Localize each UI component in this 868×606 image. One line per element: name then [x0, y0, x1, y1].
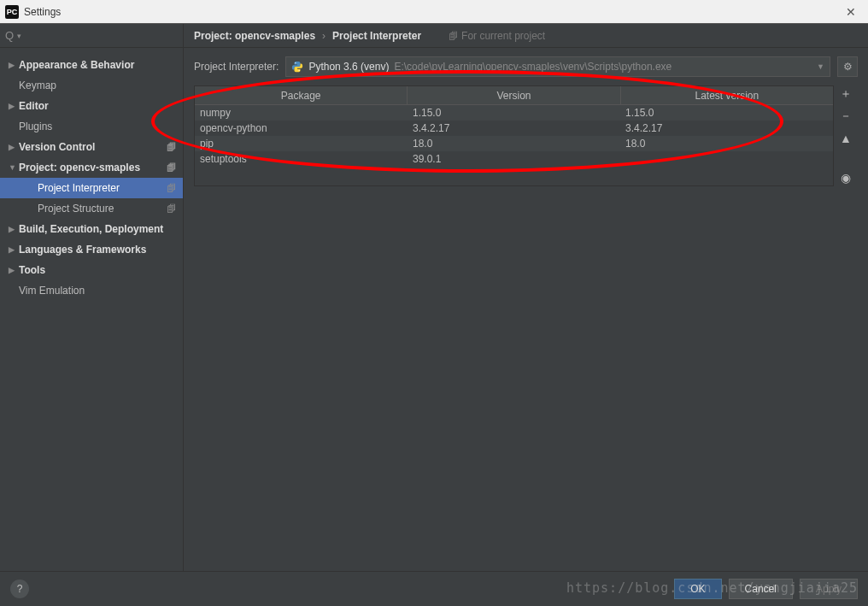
sidebar-item-languages[interactable]: ▶Languages & Frameworks	[0, 239, 183, 260]
close-icon[interactable]: ✕	[839, 0, 863, 24]
chevron-right-icon: ▶	[9, 225, 19, 233]
sidebar-item-label: Build, Execution, Deployment	[19, 223, 163, 235]
gear-icon: ⚙	[843, 61, 853, 73]
table-row[interactable]: numpy 1.15.0 1.15.0	[195, 105, 833, 121]
breadcrumb-hint: 🗐 For current project	[449, 30, 545, 42]
column-latest[interactable]: Latest version	[621, 86, 833, 104]
interpreter-row: Project Interpreter: Python 3.6 (venv) E…	[184, 48, 868, 85]
help-icon: ?	[17, 583, 23, 595]
table-row[interactable]: pip 18.0 18.0	[195, 136, 833, 151]
column-version[interactable]: Version	[408, 86, 620, 104]
sidebar-item-build[interactable]: ▶Build, Execution, Deployment	[0, 219, 183, 239]
sidebar-item-label: Keymap	[19, 79, 56, 91]
show-early-releases-button[interactable]: ◉	[837, 169, 854, 186]
upgrade-package-button[interactable]: ▲	[837, 130, 854, 147]
sidebar-item-appearance[interactable]: ▶Appearance & Behavior	[0, 55, 183, 75]
sidebar-item-tools[interactable]: ▶Tools	[0, 260, 183, 280]
breadcrumb: Project: opencv-smaples › Project Interp…	[184, 24, 868, 48]
help-button[interactable]: ?	[10, 580, 29, 598]
sidebar-item-label: Languages & Frameworks	[19, 244, 146, 256]
sidebar-item-label: Tools	[19, 264, 45, 276]
settings-tree: ▶Appearance & Behavior Keymap ▶Editor Pl…	[0, 48, 183, 301]
sidebar-item-project[interactable]: ▼Project: opencv-smaples🗐	[0, 157, 183, 178]
chevron-right-icon: ▶	[9, 143, 19, 151]
pycharm-logo-icon: PC	[5, 5, 19, 19]
sidebar-item-label: Vim Emulation	[19, 285, 85, 297]
python-icon	[291, 61, 303, 73]
titlebar: PC Settings ✕	[0, 0, 868, 24]
breadcrumb-part2: Project Interpreter	[332, 30, 421, 42]
watermark: https://blog.csdn.net/yangjiajia25	[566, 580, 858, 596]
table-row[interactable]: setuptools 39.0.1	[195, 151, 833, 167]
search-row: Q ▾	[0, 24, 183, 48]
sidebar-item-plugins[interactable]: Plugins	[0, 116, 183, 137]
interpreter-path: E:\code\pyLearning\opencv-smaples\venv\S…	[394, 61, 672, 73]
package-table-wrap: Package Version Latest version numpy 1.1…	[194, 85, 858, 186]
chevron-right-icon: ▶	[9, 245, 19, 254]
eye-icon: ◉	[841, 171, 851, 185]
sidebar-item-vim[interactable]: Vim Emulation	[0, 280, 183, 301]
sidebar-item-label: Editor	[19, 100, 49, 112]
chevron-right-icon: ▶	[9, 102, 19, 110]
sidebar-item-label: Project Interpreter	[38, 182, 120, 194]
table-header: Package Version Latest version	[195, 86, 833, 105]
package-table: Package Version Latest version numpy 1.1…	[194, 85, 834, 186]
svg-point-1	[299, 70, 300, 71]
sidebar-item-label: Project: opencv-smaples	[19, 162, 140, 174]
add-package-button[interactable]: ＋	[837, 85, 854, 103]
remove-package-button[interactable]: －	[837, 108, 854, 125]
sidebar-item-label: Version Control	[19, 141, 95, 153]
copy-icon: 🗐	[167, 183, 176, 193]
sidebar-item-project-interpreter[interactable]: Project Interpreter🗐	[0, 178, 183, 198]
sidebar-item-version-control[interactable]: ▶Version Control🗐	[0, 137, 183, 157]
plus-icon: ＋	[840, 86, 852, 102]
copy-icon: 🗐	[167, 162, 176, 173]
search-icon: Q	[5, 29, 14, 42]
sidebar: Q ▾ ▶Appearance & Behavior Keymap ▶Edito…	[0, 24, 184, 571]
triangle-up-icon: ▲	[840, 132, 852, 145]
chevron-down-icon: ▼	[817, 62, 824, 71]
copy-icon: 🗐	[167, 142, 176, 152]
interpreter-name: Python 3.6 (venv)	[308, 61, 389, 73]
interpreter-select[interactable]: Python 3.6 (venv) E:\code\pyLearning\ope…	[285, 56, 830, 77]
chevron-right-icon: ▶	[9, 61, 19, 69]
sidebar-item-label: Plugins	[19, 121, 52, 132]
package-side-buttons: ＋ － ▲ ◉	[837, 85, 858, 186]
minus-icon: －	[840, 109, 852, 124]
column-package[interactable]: Package	[195, 86, 408, 104]
sidebar-item-label: Appearance & Behavior	[19, 59, 134, 71]
copy-icon: 🗐	[449, 31, 458, 41]
main-area: Q ▾ ▶Appearance & Behavior Keymap ▶Edito…	[0, 24, 868, 571]
breadcrumb-part1[interactable]: Project: opencv-smaples	[194, 30, 315, 42]
content-panel: Project: opencv-smaples › Project Interp…	[184, 24, 868, 571]
sidebar-item-keymap[interactable]: Keymap	[0, 75, 183, 96]
window-title: Settings	[24, 6, 839, 18]
chevron-right-icon: ▶	[9, 266, 19, 274]
chevron-down-icon: ▼	[9, 163, 19, 172]
chevron-right-icon: ›	[322, 30, 326, 42]
copy-icon: 🗐	[167, 203, 176, 214]
sidebar-item-label: Project Structure	[38, 203, 114, 215]
sidebar-item-project-structure[interactable]: Project Structure🗐	[0, 198, 183, 219]
search-input[interactable]	[21, 29, 178, 42]
table-row[interactable]: opencv-python 3.4.2.17 3.4.2.17	[195, 121, 833, 136]
interpreter-label: Project Interpreter:	[194, 61, 279, 73]
interpreter-settings-button[interactable]: ⚙	[837, 56, 858, 77]
svg-point-0	[296, 62, 296, 63]
sidebar-item-editor[interactable]: ▶Editor	[0, 96, 183, 116]
